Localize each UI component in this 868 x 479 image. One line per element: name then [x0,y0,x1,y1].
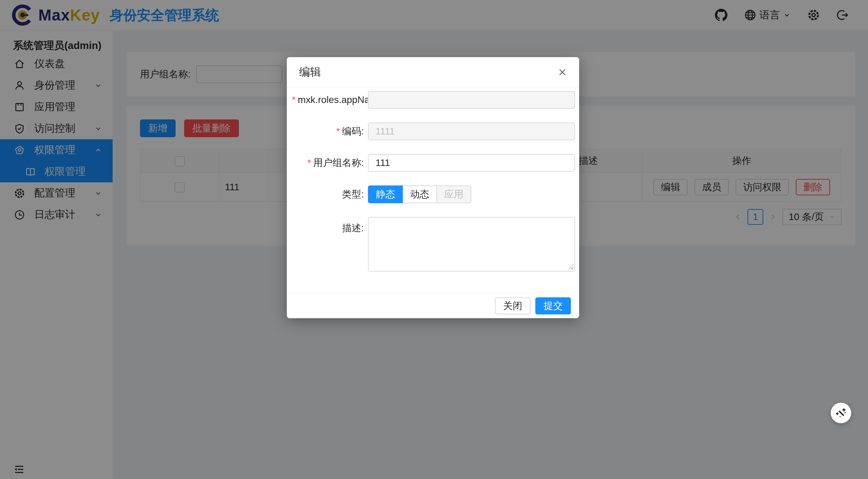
app-name-field-row: *mxk.roles.appNam [292,91,575,109]
required-marker: * [307,157,311,168]
description-textarea-wrap [368,217,575,272]
modal-header: 编辑 [287,57,579,88]
type-option-app: 应用 [437,185,471,203]
type-option-dynamic[interactable]: 动态 [403,185,437,203]
required-marker: * [292,94,296,105]
required-marker: * [336,126,340,137]
description-field-row: 描述: [292,217,575,272]
code-label: *编码: [292,125,368,138]
code-input [368,122,575,140]
group-name-field-row: *用户组名称: [292,154,575,172]
theme-wand-button[interactable] [831,403,851,423]
type-radio-group: 静态 动态 应用 [368,185,471,203]
close-icon[interactable] [557,67,567,77]
description-textarea[interactable] [368,217,575,272]
submit-button[interactable]: 提交 [535,297,571,314]
type-label: 类型: [292,188,368,201]
description-label: 描述: [292,217,368,235]
modal-title: 编辑 [299,65,321,80]
group-name-input[interactable] [368,154,575,172]
modal-body: *mxk.roles.appNam *编码: *用户组名称: 类型: 静态 动态… [287,88,579,293]
close-button[interactable]: 关闭 [495,297,531,314]
type-field-row: 类型: 静态 动态 应用 [292,185,575,203]
edit-modal: 编辑 *mxk.roles.appNam *编码: *用户组名称: 类型: 静态… [287,57,579,318]
modal-footer: 关闭 提交 [287,293,579,318]
group-name-label: *用户组名称: [292,156,368,169]
app-name-label: *mxk.roles.appNam [292,94,368,105]
magic-wand-icon [835,407,847,419]
code-field-row: *编码: [292,122,575,140]
app-name-input [368,91,575,109]
type-option-static[interactable]: 静态 [368,185,403,203]
